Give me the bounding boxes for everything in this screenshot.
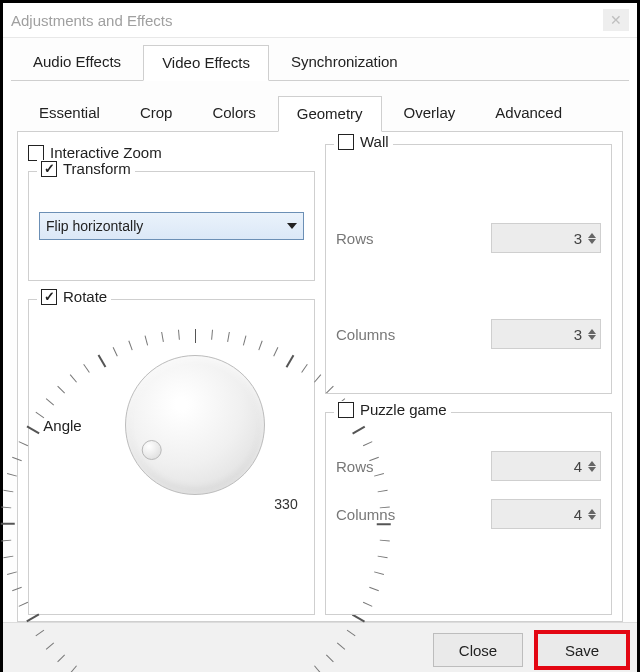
transform-label: Transform	[63, 160, 131, 177]
tab-video-effects[interactable]: Video Effects	[143, 45, 269, 81]
puzzle-label: Puzzle game	[360, 401, 447, 418]
stepper-down-icon[interactable]	[588, 515, 596, 520]
main-tabs: Audio Effects Video Effects Synchronizat…	[11, 44, 629, 81]
adjustments-effects-window: Adjustments and Effects ✕ Audio Effects …	[0, 0, 640, 672]
wall-checkbox[interactable]	[338, 134, 354, 150]
puzzle-group: Puzzle game Rows 4 Columns 4	[325, 412, 612, 615]
tab-overlay[interactable]: Overlay	[386, 96, 474, 132]
interactive-zoom-checkbox[interactable]	[28, 145, 44, 161]
puzzle-rows-field: Rows 4	[336, 451, 601, 481]
tab-crop[interactable]: Crop	[122, 96, 191, 132]
puzzle-cols-field: Columns 4	[336, 499, 601, 529]
dial-tick-330: 330	[274, 496, 297, 512]
titlebar: Adjustments and Effects ✕	[3, 3, 637, 38]
wall-group: Wall Rows 3 Columns 3	[325, 144, 612, 394]
wall-cols-spinner[interactable]: 3	[491, 319, 601, 349]
content-area: Audio Effects Video Effects Synchronizat…	[3, 38, 637, 622]
rotate-dial-wrap: Angle 330	[39, 320, 304, 530]
rotate-label: Rotate	[63, 288, 107, 305]
wall-rows-label: Rows	[336, 230, 374, 247]
left-column: Interactive Zoom Transform Flip horizont…	[28, 144, 315, 615]
transform-combo[interactable]: Flip horizontally	[39, 212, 304, 240]
puzzle-rows-label: Rows	[336, 458, 374, 475]
stepper-up-icon[interactable]	[588, 509, 596, 514]
rotate-legend[interactable]: Rotate	[37, 288, 111, 305]
transform-value: Flip horizontally	[46, 218, 143, 234]
tab-colors[interactable]: Colors	[194, 96, 273, 132]
stepper-up-icon[interactable]	[588, 233, 596, 238]
puzzle-legend[interactable]: Puzzle game	[334, 401, 451, 418]
transform-legend[interactable]: Transform	[37, 160, 135, 177]
wall-cols-field: Columns 3	[336, 319, 601, 349]
stepper-down-icon[interactable]	[588, 467, 596, 472]
transform-group: Transform Flip horizontally	[28, 171, 315, 281]
dial-indicator	[141, 440, 161, 460]
wall-label: Wall	[360, 133, 389, 150]
interactive-zoom-label: Interactive Zoom	[50, 144, 162, 161]
geometry-panel: Interactive Zoom Transform Flip horizont…	[17, 132, 623, 622]
close-button[interactable]: Close	[433, 633, 523, 667]
puzzle-rows-spinner[interactable]: 4	[491, 451, 601, 481]
puzzle-rows-value: 4	[574, 458, 582, 475]
wall-rows-value: 3	[574, 230, 582, 247]
chevron-down-icon	[287, 223, 297, 229]
stepper-down-icon[interactable]	[588, 335, 596, 340]
tab-synchronization[interactable]: Synchronization	[273, 45, 416, 81]
tab-advanced[interactable]: Advanced	[477, 96, 580, 132]
wall-rows-field: Rows 3	[336, 223, 601, 253]
stepper-up-icon[interactable]	[588, 329, 596, 334]
save-button[interactable]: Save	[537, 633, 627, 667]
puzzle-cols-spinner[interactable]: 4	[491, 499, 601, 529]
puzzle-cols-label: Columns	[336, 506, 395, 523]
tab-audio-effects[interactable]: Audio Effects	[15, 45, 139, 81]
window-title: Adjustments and Effects	[11, 12, 172, 29]
interactive-zoom-row[interactable]: Interactive Zoom	[28, 144, 315, 161]
sub-tabs: Essential Crop Colors Geometry Overlay A…	[17, 95, 623, 132]
wall-rows-spinner[interactable]: 3	[491, 223, 601, 253]
tab-essential[interactable]: Essential	[21, 96, 118, 132]
stepper-up-icon[interactable]	[588, 461, 596, 466]
rotate-group: Rotate Angle 330	[28, 299, 315, 615]
rotate-checkbox[interactable]	[41, 289, 57, 305]
angle-dial[interactable]: 330	[90, 320, 300, 530]
wall-cols-label: Columns	[336, 326, 395, 343]
tab-geometry[interactable]: Geometry	[278, 96, 382, 132]
footer: Close Save	[3, 622, 637, 672]
right-column: Wall Rows 3 Columns 3	[325, 144, 612, 615]
wall-cols-value: 3	[574, 326, 582, 343]
stepper-down-icon[interactable]	[588, 239, 596, 244]
angle-label: Angle	[43, 417, 81, 434]
puzzle-cols-value: 4	[574, 506, 582, 523]
close-icon[interactable]: ✕	[603, 9, 629, 31]
transform-checkbox[interactable]	[41, 161, 57, 177]
puzzle-checkbox[interactable]	[338, 402, 354, 418]
wall-legend[interactable]: Wall	[334, 133, 393, 150]
dial-knob[interactable]	[125, 355, 265, 495]
